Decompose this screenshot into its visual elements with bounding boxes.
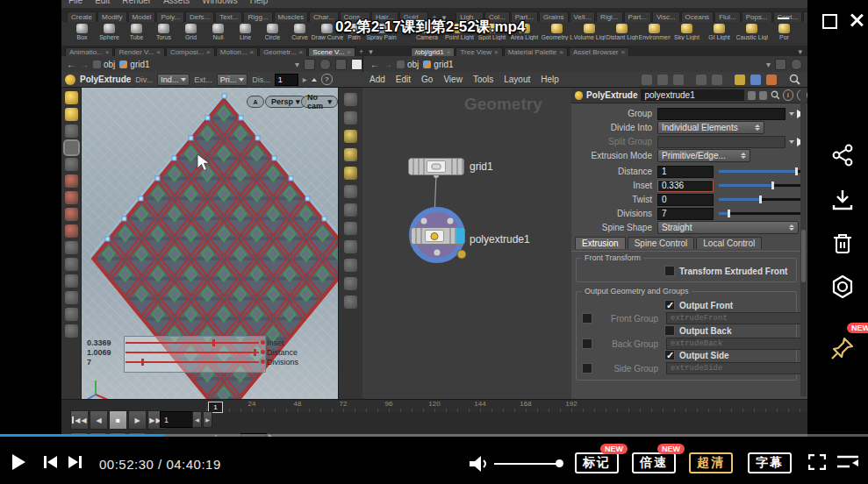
record-icon[interactable] (830, 274, 855, 299)
tool-icon[interactable] (344, 240, 357, 253)
zoom-icon[interactable] (789, 74, 800, 85)
tool-icon[interactable] (344, 295, 357, 309)
close-icon[interactable]: × (249, 48, 254, 56)
shelf-tab[interactable]: Create (67, 11, 97, 22)
nav-back-icon[interactable]: ← (67, 60, 75, 69)
volume-slider[interactable] (494, 463, 559, 465)
side-group-field[interactable]: extrudeSide (666, 362, 801, 374)
close-icon[interactable]: × (621, 48, 626, 56)
tool-icon[interactable] (344, 148, 357, 161)
shelf-tool[interactable]: Distant Light (606, 22, 638, 46)
pin-icon[interactable] (830, 336, 855, 360)
parameter-tab[interactable]: Local Control (696, 237, 762, 249)
stop-button[interactable]: ■ (109, 410, 127, 430)
close-icon[interactable]: × (156, 48, 161, 56)
transform-front-checkbox[interactable] (664, 266, 675, 276)
playlist-icon[interactable] (836, 455, 859, 469)
network-menu-item[interactable]: Tools (473, 75, 493, 84)
pane-menu-icon[interactable]: ▾ (795, 47, 807, 56)
tool-icon[interactable] (65, 208, 78, 221)
next-frame-button[interactable]: ▶ (203, 411, 212, 428)
close-icon[interactable]: × (494, 48, 499, 56)
download-icon[interactable] (830, 188, 855, 212)
pin-icon[interactable] (304, 59, 315, 70)
share-icon[interactable] (830, 143, 855, 167)
fullscreen-icon[interactable] (808, 454, 826, 470)
wrench-icon[interactable] (642, 75, 652, 85)
shelf-tool[interactable]: Circle (259, 22, 286, 46)
path-context-chip[interactable]: obj (93, 60, 115, 69)
menu-item[interactable]: Edit (95, 0, 110, 8)
shelf-tab[interactable]: Oceans (681, 11, 714, 22)
slider-handle[interactable] (795, 167, 798, 175)
parameter-tab[interactable]: Extrusion (575, 237, 626, 249)
hud-slider-row[interactable]: 0.3369 Inset (87, 338, 331, 347)
shelf-tab[interactable]: Rigg... (243, 11, 272, 22)
search-icon[interactable] (771, 90, 779, 100)
hud-slider-row[interactable]: 1.0069 Distance (87, 347, 331, 357)
output-side-checkbox[interactable] (664, 350, 675, 360)
shelf-tab[interactable]: Part... (624, 11, 651, 22)
info-icon[interactable]: i (783, 89, 793, 101)
play-button[interactable] (12, 454, 25, 470)
parameter-tab[interactable]: Spine Control (628, 237, 695, 249)
shelf-tool[interactable]: Tube (123, 22, 150, 46)
volume-icon[interactable] (468, 455, 489, 473)
globe-icon[interactable] (319, 59, 331, 70)
group-field[interactable] (657, 108, 786, 120)
color-palette-icon[interactable] (735, 75, 745, 85)
shelf-tab[interactable]: Text... (215, 11, 242, 22)
layout-grid-icon[interactable] (696, 75, 707, 85)
path-dropdown-icon[interactable]: ▾ (766, 60, 771, 69)
close-icon[interactable]: × (347, 48, 351, 56)
menu-item[interactable]: Assets (163, 0, 190, 8)
prev-frame-button[interactable]: ◀ (192, 411, 202, 428)
tool-icon[interactable] (65, 324, 78, 338)
op-primitive-select[interactable]: Pri... (217, 74, 248, 86)
save-icon[interactable] (759, 91, 767, 100)
previous-episode-button[interactable] (44, 456, 57, 468)
shelf-tool[interactable]: Curve (286, 22, 313, 46)
tool-icon[interactable] (344, 277, 357, 290)
tool-icon[interactable] (65, 91, 78, 104)
tool-icon[interactable] (344, 203, 357, 217)
tool-icon[interactable] (344, 185, 357, 198)
tool-icon[interactable] (344, 93, 357, 106)
swatch-icon[interactable] (351, 59, 362, 70)
shelf-tool[interactable]: Caustic Light (735, 22, 768, 46)
scrollbar-thumb[interactable] (801, 230, 806, 282)
hud-slider-row[interactable]: 7 Divisions (87, 357, 331, 367)
trash-icon[interactable] (830, 231, 855, 256)
divisions-slider[interactable] (719, 212, 800, 215)
tool-icon[interactable] (65, 224, 78, 238)
lock-camera-button[interactable]: A (247, 96, 264, 108)
pane-tab[interactable]: Tree View × (456, 47, 502, 56)
tool-icon[interactable] (344, 111, 357, 125)
slider-handle[interactable] (759, 196, 762, 203)
distance-slider[interactable] (719, 170, 800, 173)
network-editor-canvas[interactable]: Geometry grid1 polyextrude1 (362, 88, 571, 399)
shelf-tab[interactable]: Muscles (274, 11, 308, 22)
shelf-tab[interactable]: Poly... (156, 11, 184, 22)
shelf-tab[interactable]: Char... (309, 11, 339, 22)
side-group-toggle[interactable] (582, 363, 592, 374)
layout-split-icon[interactable] (712, 75, 722, 85)
divisions-field[interactable]: 7 (657, 208, 714, 220)
path-context-chip[interactable]: obj (397, 60, 419, 69)
menu-item[interactable]: Help (250, 0, 269, 8)
back-group-field[interactable]: extrudeBack (666, 338, 801, 350)
shelf-tool[interactable]: Grid (177, 22, 204, 46)
tool-icon[interactable] (344, 130, 357, 143)
tool-icon[interactable] (65, 291, 78, 304)
tool-icon[interactable] (65, 141, 78, 154)
shelf-tab[interactable]: Pops... (742, 11, 772, 22)
shelf-tab[interactable]: Grains (539, 11, 569, 22)
scene-viewport[interactable]: A Persp▾ No cam▾ 0.3369 Inset (82, 88, 338, 399)
polyextrude-node[interactable] (411, 227, 465, 245)
tool-icon[interactable] (344, 167, 357, 180)
network-menu-item[interactable]: Layout (504, 75, 530, 84)
expand-icon[interactable]: ▸ (303, 75, 307, 84)
shelf-tab[interactable]: Visc... (652, 11, 680, 22)
no-cam-button[interactable]: No cam▾ (301, 96, 338, 108)
output-back-checkbox[interactable] (664, 325, 675, 336)
